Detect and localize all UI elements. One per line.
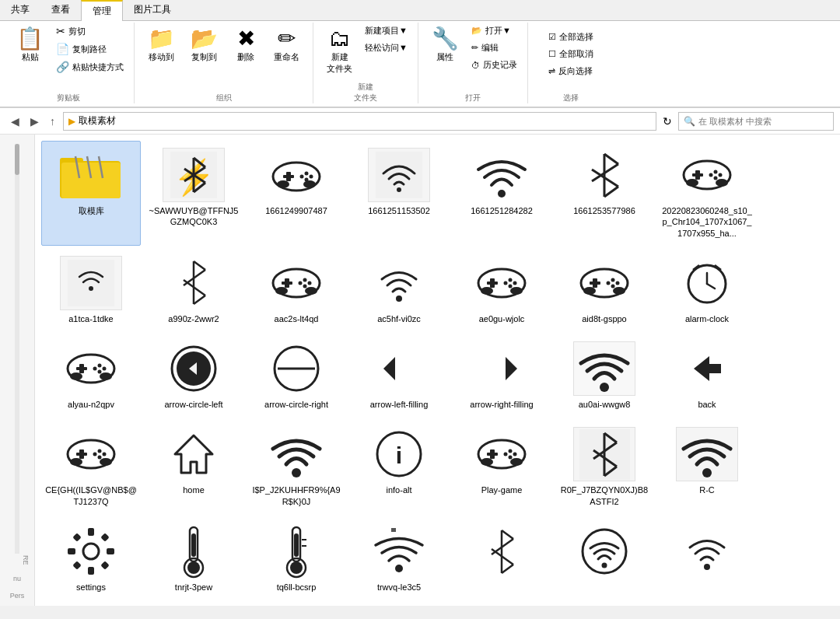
- paste-button[interactable]: 📋 粘贴: [9, 23, 51, 67]
- svg-point-49: [303, 278, 307, 282]
- file-item-folder[interactable]: 取模库: [41, 141, 141, 246]
- history-button[interactable]: ⏱ 历史记录: [467, 57, 521, 73]
- sidebar-pin-3[interactable]: Pers: [2, 589, 33, 603]
- select-all-button[interactable]: ☑ 全部选择: [544, 29, 597, 45]
- tab-share[interactable]: 共享: [0, 0, 40, 20]
- copy-path-button[interactable]: 📄 复制路径: [52, 40, 128, 58]
- file-item-38[interactable]: [349, 603, 449, 606]
- move-to-button[interactable]: 📁 移动到: [141, 23, 182, 67]
- file-item-26[interactable]: R0F_J7BZQYN0XJ)B8ASTFI2: [555, 420, 654, 514]
- file-item-10[interactable]: ac5hf-vi0zc: [349, 249, 449, 331]
- forward-nav-button[interactable]: ▶: [26, 112, 44, 131]
- file-item-30[interactable]: tq6ll-bcsrp: [247, 517, 346, 600]
- svg-point-115: [509, 456, 513, 460]
- file-item-16[interactable]: arrow-circle-right: [247, 334, 346, 417]
- main-content: RE nu Pers 取模库: [0, 135, 840, 606]
- file-item-22[interactable]: home: [144, 420, 243, 514]
- svg-point-51: [303, 284, 307, 288]
- tab-manage[interactable]: 管理: [81, 0, 123, 21]
- file-item-24[interactable]: i info-alt: [349, 420, 449, 514]
- edit-button[interactable]: ✏ 编辑: [467, 40, 521, 56]
- new-folder-button[interactable]: 🗂 新建 文件夹: [320, 23, 359, 79]
- file-item-28[interactable]: settings: [41, 517, 141, 600]
- file-label-9: aac2s-lt4qd: [275, 313, 319, 324]
- file-item-2[interactable]: 1661249907487: [247, 141, 346, 246]
- open-button[interactable]: 📂 打开▼: [467, 23, 521, 39]
- sidebar-pin-1[interactable]: RE: [2, 552, 33, 568]
- file-item-3[interactable]: 1661251153502: [349, 141, 449, 246]
- file-item-17[interactable]: arrow-left-filling: [349, 334, 449, 417]
- file-item-19[interactable]: au0ai-wwgw8: [555, 334, 654, 417]
- file-item-5[interactable]: 1661253577986: [555, 141, 654, 246]
- file-icon-8: [163, 256, 225, 310]
- svg-point-116: [504, 453, 508, 456]
- file-area[interactable]: 取模库 ⚡ ~SAWWUYB@TFFNJ5GZMQC0: [35, 135, 840, 606]
- file-item-1[interactable]: ⚡ ~SAWWUYB@TFFNJ5GZMQC0K3: [144, 141, 243, 246]
- up-nav-button[interactable]: ↑: [45, 112, 60, 131]
- delete-label: 删除: [237, 51, 254, 63]
- easy-access-label: 轻松访问▼: [365, 42, 408, 54]
- tab-view[interactable]: 查看: [40, 0, 81, 20]
- copy-to-button[interactable]: 📂 复制到: [184, 23, 225, 67]
- file-item-37[interactable]: i: [247, 603, 346, 606]
- file-item-20[interactable]: back: [657, 334, 757, 417]
- sidebar-pin-2[interactable]: nu: [2, 572, 33, 586]
- new-item-button[interactable]: 新建项目▼: [361, 23, 411, 39]
- svg-rect-39: [68, 260, 114, 306]
- organize-items: 📁 移动到 📂 复制到 ✖ 删除 ✏ 重命名: [141, 23, 306, 89]
- file-item-29[interactable]: tnrjt-3pew: [144, 517, 243, 600]
- file-item-36[interactable]: [144, 603, 243, 606]
- file-item-34[interactable]: [657, 517, 757, 600]
- file-item-25[interactable]: Play-game: [452, 420, 551, 514]
- rename-button[interactable]: ✏ 重命名: [267, 23, 306, 67]
- cut-button[interactable]: ✂ 剪切: [52, 23, 128, 40]
- new-small-group: 新建项目▼ 轻松访问▼: [361, 23, 411, 56]
- scroll-thumb[interactable]: [15, 144, 19, 175]
- file-item-27[interactable]: R-C: [657, 420, 757, 514]
- delete-button[interactable]: ✖ 删除: [226, 23, 265, 67]
- file-item-31[interactable]: trwvq-le3c5: [349, 517, 449, 600]
- file-item-14[interactable]: alyau-n2qpv: [41, 334, 141, 417]
- file-label-11: ae0gu-wjolc: [479, 313, 525, 324]
- svg-rect-133: [72, 533, 81, 541]
- refresh-button[interactable]: ↻: [660, 112, 675, 131]
- svg-point-84: [98, 370, 102, 374]
- file-item-21[interactable]: CE{GH((IL$GV@NB$@TJ1237Q: [41, 420, 141, 514]
- easy-access-button[interactable]: 轻松访问▼: [361, 40, 411, 56]
- clipboard-label: 剪贴板: [57, 89, 80, 103]
- clipboard-small-group: ✂ 剪切 📄 复制路径 🔗 粘贴快捷方式: [52, 23, 128, 75]
- file-item-15[interactable]: arrow-circle-left: [144, 334, 243, 417]
- file-label-7: a1tca-1tdke: [68, 313, 113, 324]
- search-box[interactable]: 🔍: [678, 112, 834, 131]
- file-item-11[interactable]: ae0gu-wjolc: [452, 249, 551, 331]
- file-item-8[interactable]: a990z-2wwr2: [144, 249, 243, 331]
- back-nav-button[interactable]: ◀: [6, 112, 24, 131]
- file-icon-19: [573, 341, 635, 396]
- paste-shortcut-button[interactable]: 🔗 粘贴快捷方式: [52, 58, 128, 75]
- file-item-33[interactable]: [555, 517, 654, 600]
- file-item-23[interactable]: I$P_J2KUHHFR9%{A9R$K}0J: [247, 420, 346, 514]
- new-label: 新建 文件夹: [354, 79, 377, 103]
- svg-point-100: [98, 449, 102, 453]
- file-item-39[interactable]: [452, 603, 551, 606]
- file-item-7[interactable]: a1tca-1tdke: [41, 249, 141, 331]
- file-icon-33: [573, 524, 635, 579]
- file-icon-34: [676, 524, 738, 579]
- invert-selection-button[interactable]: ⇌ 反向选择: [544, 63, 597, 79]
- properties-button[interactable]: 🔧 属性: [425, 23, 466, 67]
- file-item-12[interactable]: aid8t-gsppo: [555, 249, 654, 331]
- svg-text:i: i: [395, 442, 401, 468]
- file-item-9[interactable]: aac2s-lt4qd: [247, 249, 346, 331]
- file-item-13[interactable]: alarm-clock: [657, 249, 757, 331]
- tab-picture-tools[interactable]: 图片工具: [123, 0, 182, 20]
- file-label-28: settings: [76, 582, 106, 593]
- file-item-35[interactable]: [41, 603, 141, 606]
- file-item-32[interactable]: [452, 517, 551, 600]
- svg-rect-81: [76, 367, 87, 370]
- address-path[interactable]: ▶ 取模素材: [63, 112, 656, 131]
- file-item-6[interactable]: 20220823060248_s10_p_Chr104_1707x1067_17…: [657, 141, 757, 246]
- deselect-all-button[interactable]: ☐ 全部取消: [544, 46, 597, 62]
- search-input[interactable]: [698, 117, 828, 126]
- file-item-18[interactable]: arrow-right-filling: [452, 334, 551, 417]
- file-item-4[interactable]: 1661251284282: [452, 141, 551, 246]
